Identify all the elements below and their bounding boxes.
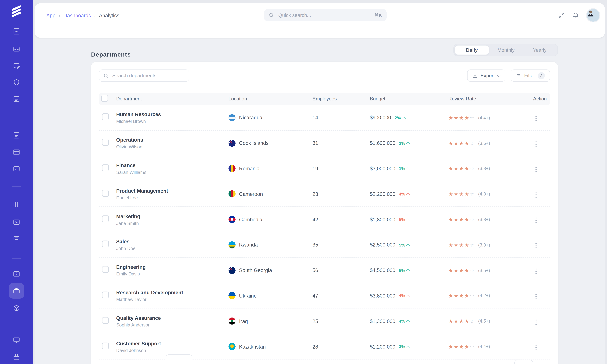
budget-change-value: 3% <box>399 344 405 349</box>
tab-monthly[interactable]: Monthly <box>489 45 523 55</box>
row-checkbox[interactable] <box>102 342 109 349</box>
sidebar-item-list-box-icon[interactable] <box>9 91 24 107</box>
table-header-row: Department Location Employees Budget Rev… <box>99 93 550 105</box>
sidebar-item-shield-icon[interactable] <box>9 75 24 90</box>
quick-search-input[interactable] <box>277 12 371 18</box>
sidebar-item-message-edit-icon[interactable] <box>9 58 24 74</box>
sidebar-item-document-icon[interactable] <box>9 128 24 143</box>
tab-daily[interactable]: Daily <box>455 45 489 55</box>
budget-change-value: 4% <box>399 293 405 298</box>
sidebar-item-activity-icon[interactable] <box>9 214 24 230</box>
budget-value: $3,800,000 <box>370 293 395 299</box>
tab-yearly[interactable]: Yearly <box>523 45 556 55</box>
sidebar-item-table-grid-icon[interactable] <box>9 144 24 160</box>
column-header-location[interactable]: Location <box>228 96 313 102</box>
budget-change-value: 5% <box>399 268 405 273</box>
fullscreen-icon[interactable] <box>558 12 565 19</box>
search-icon <box>103 73 109 78</box>
apps-grid-icon[interactable] <box>544 12 551 19</box>
breadcrumb-dashboards-link[interactable]: Dashboards <box>63 12 91 18</box>
chevron-down-icon <box>497 73 501 77</box>
notifications-bell-icon[interactable] <box>572 12 580 19</box>
sidebar-divider <box>12 327 21 327</box>
filter-label: Filter <box>524 73 535 78</box>
department-name: Sales <box>116 239 228 245</box>
row-checkbox[interactable] <box>102 292 109 298</box>
trend-up-icon <box>406 269 410 273</box>
sidebar-item-credit-card-icon[interactable] <box>9 161 24 177</box>
filter-button[interactable]: Filter 3 <box>511 69 550 81</box>
export-button[interactable]: Export <box>467 69 505 81</box>
budget-change: 2% <box>399 141 409 145</box>
select-all-checkbox[interactable] <box>101 95 108 102</box>
pagination-control-partial[interactable] <box>166 354 192 364</box>
sidebar-item-calendar-icon[interactable] <box>9 349 24 364</box>
row-actions-menu-icon[interactable] <box>533 291 539 302</box>
department-manager: Michael Brown <box>116 119 228 124</box>
sidebar-item-book-icon[interactable] <box>9 24 24 39</box>
rating-value: (4.4+) <box>478 344 490 349</box>
table-row: Engineering Emily Davis South Georgia 56… <box>99 258 550 283</box>
row-checkbox[interactable] <box>102 114 109 120</box>
department-search-input[interactable] <box>111 72 185 78</box>
rating-value: (3.5+) <box>478 268 490 273</box>
country-flag-icon <box>228 140 236 147</box>
row-checkbox[interactable] <box>102 266 109 273</box>
trend-up-icon <box>406 244 410 247</box>
rating-value: (4.3+) <box>478 192 490 196</box>
column-header-department[interactable]: Department <box>116 96 228 102</box>
country-flag-icon <box>228 114 236 121</box>
column-header-budget[interactable]: Budget <box>370 96 448 102</box>
row-actions-menu-icon[interactable] <box>533 317 539 327</box>
budget-change-value: 2% <box>395 115 401 120</box>
quick-search-bar[interactable]: ⌘K <box>264 9 387 21</box>
row-actions-menu-icon[interactable] <box>533 266 539 276</box>
sidebar-item-inbox-icon[interactable] <box>9 41 24 57</box>
row-checkbox[interactable] <box>102 139 109 146</box>
row-actions-menu-icon[interactable] <box>533 215 539 226</box>
row-actions-menu-icon[interactable] <box>533 114 539 124</box>
sidebar-item-id-card-icon[interactable] <box>9 266 24 282</box>
budget-change: 1% <box>399 166 409 171</box>
budget-change: 5% <box>399 217 409 222</box>
table-row: Finance Sarah Williams Romania 19 $3,000… <box>99 156 550 182</box>
country-name: Nicaragua <box>239 115 263 121</box>
row-checkbox[interactable] <box>102 241 109 247</box>
departments-table-card: Export Filter 3 Department Location Empl… <box>91 62 558 364</box>
user-avatar[interactable] <box>586 8 600 22</box>
rating-value: (4.2+) <box>478 293 490 298</box>
department-name: Operations <box>116 137 228 143</box>
row-actions-menu-icon[interactable] <box>533 342 539 353</box>
country-flag-icon <box>228 343 236 350</box>
row-checkbox[interactable] <box>102 215 109 222</box>
sidebar-item-list-icon[interactable] <box>9 231 24 247</box>
table-row: Product Management Daniel Lee Cameroon 2… <box>99 182 550 207</box>
sidebar-item-package-icon[interactable] <box>9 300 24 316</box>
row-actions-menu-icon[interactable] <box>533 139 539 149</box>
trend-up-icon <box>402 116 405 120</box>
row-actions-menu-icon[interactable] <box>533 241 539 251</box>
row-checkbox[interactable] <box>102 317 109 324</box>
row-checkbox[interactable] <box>102 190 109 196</box>
row-actions-menu-icon[interactable] <box>533 190 539 200</box>
table-row: Operations Olivia Wilson Cook Islands 31… <box>99 130 550 156</box>
trend-up-icon <box>406 218 410 222</box>
sidebar-item-kanban-board-icon[interactable] <box>9 197 24 212</box>
breadcrumb-app-link[interactable]: App <box>46 12 55 18</box>
department-search-field[interactable] <box>99 69 189 81</box>
column-header-employees[interactable]: Employees <box>313 96 370 102</box>
sidebar-item-briefcase-icon-active[interactable] <box>9 283 24 299</box>
app-logo-icon[interactable] <box>9 7 24 17</box>
row-actions-menu-icon[interactable] <box>533 164 539 175</box>
department-name: Product Management <box>116 188 228 194</box>
pagination-control-partial[interactable] <box>514 360 533 364</box>
search-shortcut-hint: ⌘K <box>374 12 382 18</box>
row-checkbox[interactable] <box>102 164 109 171</box>
column-header-review-rate[interactable]: Review Rate <box>448 96 533 102</box>
page-title: Departments <box>91 51 131 58</box>
budget-change-value: 5% <box>399 217 405 222</box>
star-rating: ★★★★☆ <box>448 318 475 324</box>
budget-value: $1,800,000 <box>370 216 395 222</box>
sidebar-item-monitor-icon[interactable] <box>9 332 24 348</box>
budget-change-value: 1% <box>399 166 405 171</box>
